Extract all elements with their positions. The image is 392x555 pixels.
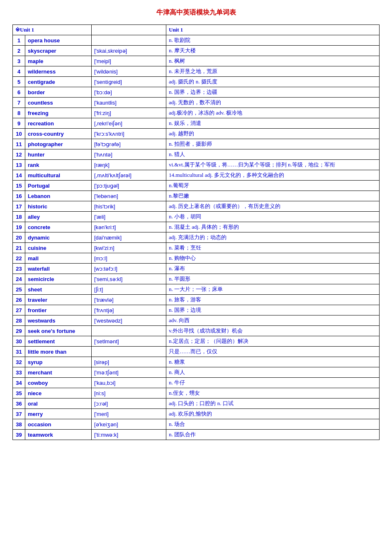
row-number: 14 xyxy=(13,170,25,181)
row-word: Portugal xyxy=(25,181,92,191)
row-phonetic xyxy=(92,326,166,336)
row-meaning: 只是……而已，仅仅 xyxy=(166,347,380,357)
row-word: opera house xyxy=(25,35,92,46)
row-phonetic: [dai'næmik] xyxy=(92,232,166,243)
row-phonetic: [,mʌlti'kʌltʃərəl] xyxy=(92,170,166,181)
row-phonetic: ['ti:mwə:k] xyxy=(92,430,166,440)
table-row: 12hunter['hʌntə]n. 猎人 xyxy=(13,149,380,160)
row-number: 38 xyxy=(13,419,25,430)
row-word: alley xyxy=(25,212,92,222)
row-meaning: n. 拍照者，摄影师 xyxy=(166,139,380,149)
table-row: 3maple['meipl]n. 枫树 xyxy=(13,56,380,66)
row-number: 2 xyxy=(13,46,25,56)
table-row: 14multicultural[,mʌlti'kʌltʃərəl]14.mult… xyxy=(13,170,380,181)
row-word: westwards xyxy=(25,315,92,326)
page-title: 牛津高中英语模块九单词表 xyxy=(12,8,380,17)
row-meaning: n. 小巷，胡同 xyxy=(166,212,380,222)
row-meaning: adv. 向西 xyxy=(166,315,380,326)
row-phonetic: ['wildənis] xyxy=(92,66,166,77)
row-meaning: adj. 摄氏的 n. 摄氏度 xyxy=(166,77,380,87)
table-row: 38occasion[ə'keiʒən]n. 场合 xyxy=(13,419,380,430)
table-row: 8freezing['fri:ziŋ]adj.极冷的，冰冻的 adv. 极冷地 xyxy=(13,108,380,118)
row-phonetic: [,rekri'eiʃən] xyxy=(92,118,166,129)
row-phonetic: [mɔ:l] xyxy=(92,253,166,264)
row-word: Lebanon xyxy=(25,191,92,201)
row-meaning: n. 国界，边界；边疆 xyxy=(166,87,380,98)
row-number: 29 xyxy=(13,326,25,336)
table-row: 1opera housen. 歌剧院 xyxy=(13,35,380,46)
row-word: concrete xyxy=(25,222,92,232)
row-meaning: n. 购物中心 xyxy=(166,253,380,264)
row-phonetic xyxy=(92,35,166,46)
row-number: 5 xyxy=(13,77,25,87)
table-row: 28westwards['westwədz]adv. 向西 xyxy=(13,315,380,326)
table-row: 29seek one's fortunev.外出寻找（成功或发财）机会 xyxy=(13,326,380,336)
row-word: semicircle xyxy=(25,274,92,284)
row-word: historic xyxy=(25,201,92,212)
row-word: cross-country xyxy=(25,129,92,139)
row-word: border xyxy=(25,87,92,98)
row-meaning: adj. 欢乐的,愉快的 xyxy=(166,409,380,419)
row-phonetic xyxy=(92,347,166,357)
row-phonetic: ['hʌntə] xyxy=(92,149,166,160)
row-meaning: n. 未开垦之地，荒原 xyxy=(166,66,380,77)
row-number: 18 xyxy=(13,212,25,222)
table-row: 18alley['æli]n. 小巷，胡同 xyxy=(13,212,380,222)
table-row: 33merchant['mə:tʃənt]n. 商人 xyxy=(13,367,380,378)
row-phonetic: ['skai,skreipə] xyxy=(92,46,166,56)
table-row: 26traveler['trævlə]n. 旅客，游客 xyxy=(13,295,380,305)
row-phonetic: ['æli] xyxy=(92,212,166,222)
row-word: merry xyxy=(25,409,92,419)
row-number: 28 xyxy=(13,315,25,326)
table-row: 30settlement['setlmənt]n.定居点；定居；（问题的）解决 xyxy=(13,336,380,347)
header-spacer xyxy=(92,25,166,35)
row-meaning: n. 场合 xyxy=(166,419,380,430)
row-number: 11 xyxy=(13,139,25,149)
row-phonetic: ['semi,sə:kl] xyxy=(92,274,166,284)
table-row: 21cuisine[kwi'zi:n]n. 菜肴；烹饪 xyxy=(13,243,380,253)
row-meaning: n. 瀑布 xyxy=(166,264,380,274)
table-row: 25sheet[ʃi:t]n. 一大片；一张；床单 xyxy=(13,284,380,295)
table-row: 7countless['kauntlis]adj. 无数的，数不清的 xyxy=(13,98,380,108)
row-number: 22 xyxy=(13,253,25,264)
row-number: 30 xyxy=(13,336,25,347)
row-meaning: adj. 历史上著名的（或重要的），有历史意义的 xyxy=(166,201,380,212)
row-meaning: v.外出寻找（成功或发财）机会 xyxy=(166,326,380,336)
row-word: cuisine xyxy=(25,243,92,253)
row-word: recreation xyxy=(25,118,92,129)
row-word: rank xyxy=(25,160,92,170)
header-unit1-right: Unit 1 xyxy=(166,25,380,35)
table-row: 9recreation[,rekri'eiʃən]n. 娱乐，消遣 xyxy=(13,118,380,129)
row-number: 34 xyxy=(13,378,25,388)
row-phonetic: ['meri] xyxy=(92,409,166,419)
row-word: wilderness xyxy=(25,66,92,77)
row-word: waterfall xyxy=(25,264,92,274)
table-row: 4wilderness['wildənis]n. 未开垦之地，荒原 xyxy=(13,66,380,77)
row-word: oral xyxy=(25,399,92,409)
row-number: 1 xyxy=(13,35,25,46)
row-meaning: n.葡萄牙 xyxy=(166,181,380,191)
table-row: 5centigrade['sentiɡreid]adj. 摄氏的 n. 摄氏度 xyxy=(13,77,380,87)
row-phonetic: ['mə:tʃənt] xyxy=(92,367,166,378)
row-word: settlement xyxy=(25,336,92,347)
table-row: 37merry['meri]adj. 欢乐的,愉快的 xyxy=(13,409,380,419)
row-number: 37 xyxy=(13,409,25,419)
row-phonetic: ['westwədz] xyxy=(92,315,166,326)
row-number: 24 xyxy=(13,274,25,284)
table-row: 19concrete[kən'kri:t]n. 混凝土 adj. 具体的；有形的 xyxy=(13,222,380,232)
row-phonetic: ['kauntlis] xyxy=(92,98,166,108)
row-number: 17 xyxy=(13,201,25,212)
row-word: teamwork xyxy=(25,430,92,440)
row-meaning: n. 混凝土 adj. 具体的；有形的 xyxy=(166,222,380,232)
row-word: freezing xyxy=(25,108,92,118)
row-number: 20 xyxy=(13,232,25,243)
table-row: 13rank[ræŋk]vi.&vt.属于某个等级，将……归为某个等级；排列 n… xyxy=(13,160,380,170)
table-row: 34cowboy['kau,bɔi]n. 牛仔 xyxy=(13,378,380,388)
row-phonetic: [ɔ:rəl] xyxy=(92,399,166,409)
header-row: ※Unit 1 Unit 1 xyxy=(13,25,380,35)
row-number: 25 xyxy=(13,284,25,295)
row-meaning: n. 商人 xyxy=(166,367,380,378)
row-word: dynamic xyxy=(25,232,92,243)
row-meaning: n. 猎人 xyxy=(166,149,380,160)
row-meaning: n. 国界；边境 xyxy=(166,305,380,315)
